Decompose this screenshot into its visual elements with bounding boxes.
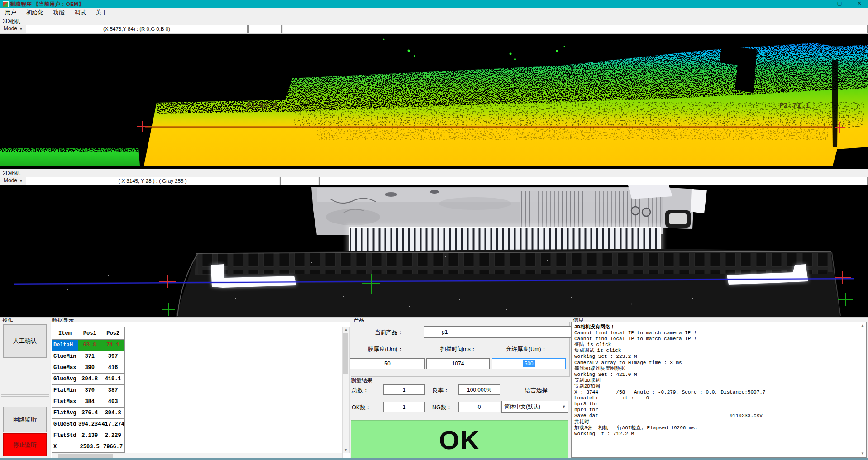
log-line: 加载3张 相机 行AOI检查, Elapsed 19296 ms. [574,425,855,431]
table-cell[interactable]: 394.8 [101,408,124,419]
scroll-down-icon[interactable]: ▼ [343,447,349,453]
table-cell[interactable]: GlueStd [52,419,78,430]
close-button[interactable]: ✕ [853,0,866,7]
menu-item[interactable]: 用户 [0,8,21,17]
table-cell[interactable]: 370 [78,385,101,396]
table-cell[interactable]: 2503.5 [78,441,101,453]
manual-confirm-button[interactable]: 人工确认 [3,324,47,358]
minimize-button[interactable]: — [813,0,826,7]
camera3d-mode-button[interactable]: Mode▼ [4,25,23,32]
table-cell[interactable]: 394.8 [78,374,101,385]
menu-item[interactable]: 初始化 [21,8,48,17]
table-cell[interactable]: 371 [78,351,101,362]
table-vertical-scrollbar[interactable]: ▲ ▼ [342,327,350,453]
log-line: CameraLV array to HImage time : 3 ms [574,360,855,366]
scan-time-label: 扫描时间ms： [440,346,476,353]
ok-count-input[interactable]: 1 [383,402,425,412]
log-line: 等到3D取到灰度图数据。 [574,366,855,372]
table-cell[interactable]: 2.229 [101,430,124,441]
table-cell[interactable]: GlueAvg [52,374,78,385]
scan-time-input[interactable]: 1074 [426,358,490,369]
scroll-up-icon[interactable]: ▲ [343,327,349,332]
window-bottom-border [0,458,868,460]
scroll-down-icon[interactable]: ▼ [860,451,865,456]
camera2d-viewport[interactable] [0,185,868,318]
scroll-up-icon[interactable]: ▲ [860,323,865,328]
menu-item[interactable]: 关于 [91,8,112,17]
camera3d-viewport[interactable]: P1:63.8 P2:71.1 [0,33,868,169]
film-thickness-input[interactable]: 50 [350,358,425,369]
table-cell[interactable]: GlueMax [52,362,78,374]
current-product-label: 当前产品： [375,329,403,337]
table-row[interactable]: GlueMin371397 [52,351,125,362]
total-label: 总数： [352,387,369,394]
table-cell[interactable]: 416 [101,362,124,374]
app-icon [3,1,9,7]
app-window: 测膜程序 【当前用户：OEM】 — ▢ ✕ 用户初始化功能调试关于 3D相机 M… [0,0,868,460]
table-cell[interactable]: X [52,441,78,453]
language-selected-value: 简体中文(默认) [502,403,560,411]
table-row[interactable]: GlueMax390416 [52,362,125,374]
table-cell[interactable]: 419.1 [101,374,124,385]
allowed-thickness-input[interactable]: 500 [492,358,566,369]
log-line: 集成调试 is click [574,348,855,354]
info-log-panel[interactable]: 3D相机没有网络！Cannot find local IP to match c… [571,322,867,458]
table-cell[interactable]: FlatMax [52,396,78,408]
table-cell[interactable]: 403 [101,396,124,408]
log-line: 3D相机没有网络！ [574,324,855,330]
data-display-panel: ItemPos1Pos2 DeltaH63.871.1GlueMin371397… [51,322,350,459]
table-row[interactable]: X2503.57966.7 [52,441,125,453]
log-line: Working Set : 223.2 M [574,354,855,360]
scrollbar-thumb[interactable] [58,454,113,458]
table-row[interactable]: FlatMin370387 [52,385,125,396]
stop-listen-button[interactable]: 停止监听 [3,433,47,456]
maximize-button[interactable]: ▢ [833,0,846,7]
table-cell[interactable]: 387 [101,385,124,396]
scrollbar-thumb[interactable] [343,333,348,374]
p1-annotation: P1:63.8 [247,102,277,110]
chevron-down-icon: ▼ [560,404,568,409]
table-cell[interactable]: DeltaH [52,340,78,351]
table-row[interactable]: DeltaH63.871.1 [52,340,125,351]
table-row[interactable]: FlatAvg376.4394.8 [52,408,125,419]
log-line: Cannot find local IP to match camera IP … [574,330,855,336]
column-header[interactable]: Item [52,327,78,340]
table-row[interactable]: FlatMax384403 [52,396,125,408]
total-input[interactable]: 1 [383,384,425,395]
table-cell[interactable]: 71.1 [101,340,124,351]
network-listen-button[interactable]: 网络监听 [3,407,47,432]
log-line: hpr4 thr [574,407,855,413]
table-cell[interactable]: FlatStd [52,430,78,441]
table-cell[interactable]: 7966.7 [101,441,124,453]
table-cell[interactable]: FlatMin [52,385,78,396]
current-product-input[interactable]: g1 [424,326,585,338]
yield-input[interactable]: 100.000% [458,384,500,395]
table-cell[interactable]: 384 [78,396,101,408]
table-cell[interactable]: 397 [101,351,124,362]
log-line: hpr3 thr [574,401,855,407]
data-table-head-row: ItemPos1Pos2 [52,327,125,340]
selected-text: 500 [523,360,534,367]
table-row[interactable]: GlueStd394.234417.274 [52,419,125,430]
table-cell[interactable]: 63.8 [78,340,101,351]
log-line: Working Set : 421.0 M [574,372,855,378]
table-cell[interactable]: 2.139 [78,430,101,441]
yield-label: 良率： [432,387,449,394]
column-header[interactable]: Pos2 [101,327,124,340]
table-cell[interactable]: 394.234 [78,419,101,430]
camera2d-mode-button[interactable]: Mode▼ [4,177,23,184]
table-cell[interactable]: FlatAvg [52,408,78,419]
table-cell[interactable]: 390 [78,362,101,374]
menu-item[interactable]: 功能 [48,8,70,17]
language-select[interactable]: 简体中文(默认) ▼ [501,401,568,413]
camera2d-toolbar-box-long [319,177,868,185]
menu-item[interactable]: 调试 [70,8,91,17]
table-cell[interactable]: GlueMin [52,351,78,362]
table-cell[interactable]: 417.274 [101,419,124,430]
table-cell[interactable]: 376.4 [78,408,101,419]
table-row[interactable]: GlueAvg394.8419.1 [52,374,125,385]
ng-count-input[interactable]: 0 [458,402,500,412]
column-header[interactable]: Pos1 [78,327,101,340]
result-status-text: OK [439,425,480,455]
table-row[interactable]: FlatStd2.1392.229 [52,430,125,441]
